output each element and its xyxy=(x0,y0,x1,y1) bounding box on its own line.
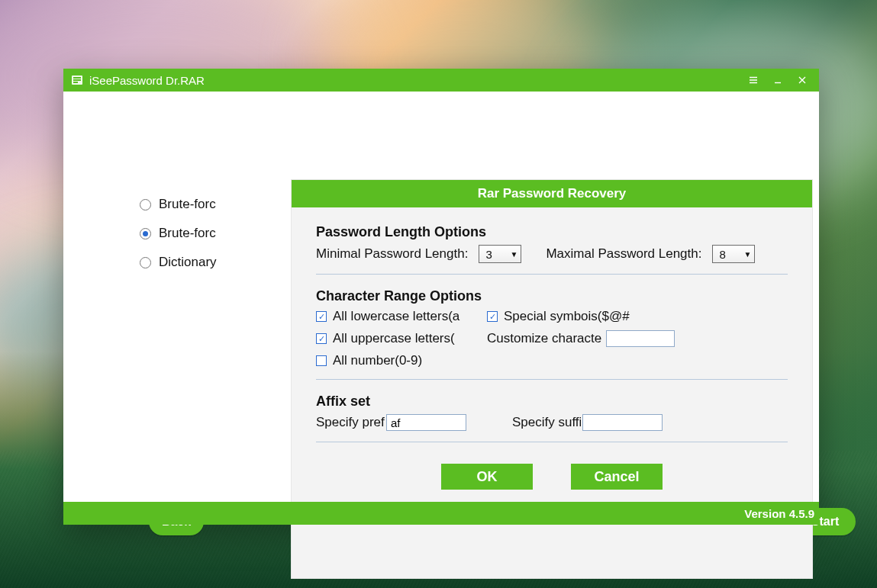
radio-icon xyxy=(140,228,151,239)
radio-label: Brute-forc xyxy=(159,197,216,212)
checkbox-icon xyxy=(316,311,327,322)
suffix-label: Specify suffi xyxy=(512,415,581,430)
checkbox-label: Special symbois($@# xyxy=(504,309,630,324)
divider xyxy=(316,379,788,380)
ok-button[interactable]: OK xyxy=(441,464,533,490)
prefix-input[interactable] xyxy=(386,414,466,431)
attack-type-group: Brute-forc Brute-forc Dictionary xyxy=(140,197,217,270)
affix-heading: Affix set xyxy=(316,394,788,410)
checkbox-icon xyxy=(487,311,498,322)
radio-label: Brute-forc xyxy=(159,226,216,241)
checkbox-label: All lowercase letters(a xyxy=(333,309,459,324)
svg-rect-2 xyxy=(73,79,81,81)
checkbox-uppercase[interactable]: All uppercase letters( xyxy=(316,330,484,347)
radio-icon xyxy=(140,257,151,268)
checkbox-icon xyxy=(316,355,327,366)
checkbox-numbers[interactable]: All number(0-9) xyxy=(316,353,484,368)
max-length-label: Maximal Password Length: xyxy=(546,246,701,262)
radio-bruteforce-mask[interactable]: Brute-forc xyxy=(140,226,217,241)
min-length-label: Minimal Password Length: xyxy=(316,246,468,262)
radio-bruteforce-1[interactable]: Brute-forc xyxy=(140,197,217,212)
footer-bar: Version 4.5.9 xyxy=(63,502,819,525)
min-length-select[interactable]: 3 ▼ xyxy=(479,245,521,263)
svg-rect-1 xyxy=(73,77,81,79)
dialog-title: Rar Password Recovery xyxy=(292,180,812,207)
customize-label: Customize characte xyxy=(487,331,601,346)
suffix-input[interactable] xyxy=(582,414,663,431)
window-content: Brute-forc Brute-forc Dictionary Back St… xyxy=(63,92,819,502)
max-length-select[interactable]: 8 ▼ xyxy=(712,245,755,263)
svg-rect-3 xyxy=(73,82,78,83)
checkbox-label: All uppercase letters( xyxy=(333,331,455,346)
divider xyxy=(316,274,788,275)
minimize-button[interactable] xyxy=(766,69,790,92)
radio-dictionary[interactable]: Dictionary xyxy=(140,255,217,270)
menu-icon[interactable] xyxy=(741,69,766,92)
max-length-value: 8 xyxy=(719,248,725,261)
app-window: iSeePassword Dr.RAR Brute-forc Brute- xyxy=(63,69,819,525)
chevron-down-icon: ▼ xyxy=(510,250,517,259)
checkbox-special[interactable]: Special symbois($@# xyxy=(487,309,708,324)
char-range-heading: Character Range Options xyxy=(316,288,788,304)
radio-icon xyxy=(140,199,151,210)
titlebar[interactable]: iSeePassword Dr.RAR xyxy=(63,69,819,92)
desktop-wallpaper: iSeePassword Dr.RAR Brute-forc Brute- xyxy=(0,0,877,588)
password-length-heading: Password Length Options xyxy=(316,224,788,240)
version-label: Version 4.5.9 xyxy=(744,507,814,520)
cancel-button[interactable]: Cancel xyxy=(571,464,663,490)
window-title: iSeePassword Dr.RAR xyxy=(89,74,205,87)
min-length-value: 3 xyxy=(485,248,492,261)
app-icon xyxy=(71,74,83,86)
checkbox-icon xyxy=(316,333,327,344)
customize-input[interactable] xyxy=(606,330,675,347)
chevron-down-icon: ▼ xyxy=(744,250,752,259)
prefix-label: Specify pref xyxy=(316,415,385,430)
radio-label: Dictionary xyxy=(159,255,217,270)
close-button[interactable] xyxy=(790,69,814,92)
divider xyxy=(316,442,788,442)
checkbox-lowercase[interactable]: All lowercase letters(a xyxy=(316,309,484,324)
checkbox-label: All number(0-9) xyxy=(333,353,422,368)
